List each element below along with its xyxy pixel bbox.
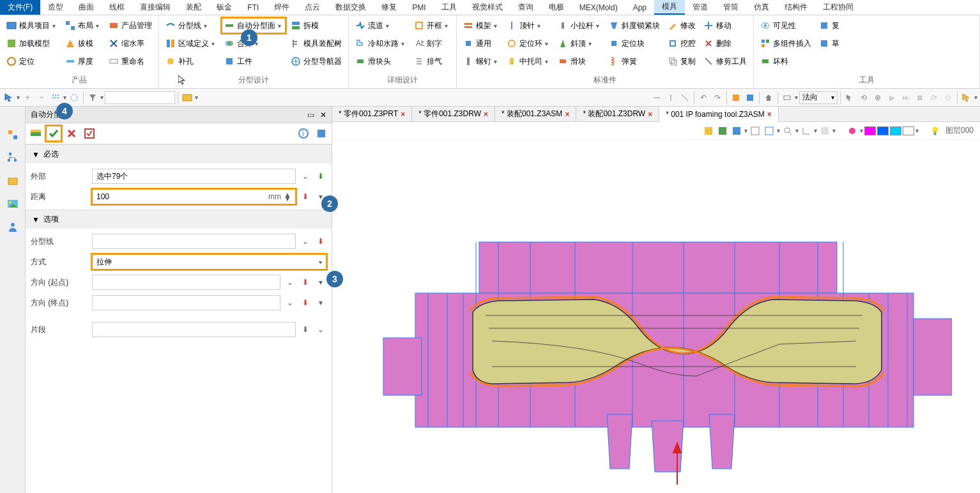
qbtn-constraint2[interactable] [664, 91, 677, 104]
dir-end-expand[interactable]: ⌄ [284, 297, 296, 308]
qbtn-nav3[interactable]: ▶ [885, 91, 898, 104]
btn-move[interactable]: 移动 [701, 18, 749, 33]
distance-spinner[interactable]: ▲▼ [284, 193, 291, 201]
btn-support[interactable]: 中托司▾ [504, 54, 553, 69]
color-swatch-1[interactable] [864, 126, 876, 135]
close-icon[interactable]: × [401, 110, 405, 119]
tab-history[interactable] [4, 126, 22, 144]
qbtn-filter[interactable] [86, 91, 99, 104]
chevron-down-icon[interactable]: ▾ [63, 94, 66, 101]
method-combo[interactable]: 拉伸▾ [92, 254, 326, 269]
qbtn-v2[interactable] [744, 91, 756, 104]
btn-excavate[interactable]: 挖腔 [665, 36, 698, 51]
qbtn-select[interactable] [3, 91, 15, 104]
btn-small-pull[interactable]: 小拉杆▾ [555, 18, 604, 33]
panel-close-icon[interactable]: ✕ [320, 110, 326, 119]
menu-mex[interactable]: MEX(Mold) [572, 0, 625, 15]
menu-weld[interactable]: 焊件 [266, 0, 297, 15]
chevron-down-icon[interactable]: ▾ [195, 94, 198, 101]
btn-workpiece[interactable]: 工件 [222, 54, 286, 69]
btn-mold-project[interactable]: 模具项目▾ [4, 18, 60, 33]
btn-vent[interactable]: 排气 [411, 54, 452, 69]
btn-pocket[interactable]: 开框▾ [411, 18, 452, 33]
menu-wire[interactable]: 线框 [102, 0, 132, 15]
bulb-icon[interactable]: 💡 [929, 125, 942, 137]
btn-multi-insert[interactable]: 多组件插入 [758, 36, 814, 51]
chevron-down-icon[interactable]: ▾ [777, 127, 780, 134]
chevron-down-icon[interactable]: ▾ [795, 94, 798, 101]
btn-draft[interactable]: 拔模 [63, 36, 103, 51]
qbtn-nav5[interactable]: ⏹ [914, 91, 926, 104]
close-icon[interactable]: × [648, 110, 652, 119]
btn-engrave[interactable]: Ab刻字 [411, 36, 452, 51]
btn-delete[interactable]: 删除 [701, 36, 749, 51]
btn-cooling[interactable]: 冷却水路▾ [353, 36, 409, 51]
qbtn-constraint1[interactable] [650, 91, 663, 104]
menu-exchange[interactable]: 数据交换 [328, 0, 374, 15]
section-required-header[interactable]: ▼必选 [26, 145, 332, 163]
vbtn-shade2[interactable] [716, 125, 729, 137]
vbtn-shade1[interactable] [702, 125, 715, 137]
vbtn-wire1[interactable] [749, 125, 762, 137]
doc-tab-3[interactable]: * 装配001.Z3DRW× [576, 107, 659, 121]
close-icon[interactable]: × [565, 110, 569, 119]
vbtn-shade3[interactable] [730, 125, 743, 137]
chevron-down-icon[interactable]: ▾ [795, 127, 799, 134]
btn-layout[interactable]: 布局▾ [63, 18, 103, 33]
dir-start-input[interactable] [92, 275, 280, 290]
btn-mold-tree[interactable]: 模具装配树 [288, 36, 344, 51]
qbtn-plus[interactable]: ＋ [21, 91, 34, 104]
chevron-down-icon[interactable]: ▾ [915, 127, 919, 134]
qbtn-redo[interactable]: ↷ [711, 91, 724, 104]
btn-runner[interactable]: 流道▾ [353, 18, 409, 33]
menu-directedit[interactable]: 直接编辑 [132, 0, 178, 15]
qbtn-minus[interactable]: － [35, 91, 48, 104]
pline-expand[interactable]: ⌄ [300, 236, 311, 247]
btn-rename[interactable]: 重命名 [106, 54, 155, 69]
menu-sim[interactable]: 仿真 [746, 0, 777, 15]
info-button[interactable]: i [296, 126, 311, 141]
doc-tab-2[interactable]: * 装配001.Z3ASM× [495, 107, 576, 121]
chevron-down-icon[interactable]: ▾ [832, 127, 836, 134]
qbtn-home[interactable] [762, 91, 775, 104]
chevron-down-icon[interactable]: ▾ [860, 127, 863, 134]
qbtn-box[interactable] [181, 91, 194, 104]
menu-tools[interactable]: 工具 [434, 0, 464, 15]
btn-taper-lock[interactable]: 斜度锁紧块 [606, 18, 662, 33]
menu-tube[interactable]: 管筒 [716, 0, 746, 15]
btn-position[interactable]: 定位 [4, 54, 60, 69]
btn-split-mold[interactable]: 拆模 [288, 18, 344, 33]
qbtn-circle[interactable] [68, 91, 80, 104]
color-swatch-2[interactable] [877, 126, 889, 135]
3d-viewport[interactable] [332, 140, 980, 493]
dir-end-more[interactable]: ▾ [315, 297, 326, 308]
menu-electrode[interactable]: 电极 [541, 0, 572, 15]
menu-fti[interactable]: FTI [240, 0, 266, 15]
menu-pmi[interactable]: PMI [404, 0, 433, 15]
btn-ejector[interactable]: 顶针▾ [504, 18, 553, 33]
color-swatch-4[interactable] [903, 126, 914, 135]
dir-start-expand[interactable]: ⌄ [284, 277, 296, 288]
qbtn-constraint3[interactable] [678, 91, 691, 104]
chevron-down-icon[interactable]: ▾ [974, 94, 977, 101]
btn-more2[interactable]: 草 [816, 36, 842, 51]
chevron-down-icon[interactable]: ▾ [814, 127, 817, 134]
btn-moldbase[interactable]: 模架▾ [461, 18, 501, 33]
btn-spring[interactable]: 弹簧 [606, 54, 662, 69]
btn-screw[interactable]: 螺钉▾ [461, 54, 501, 69]
color-swatch-3[interactable] [890, 126, 901, 135]
chevron-down-icon[interactable]: ▾ [100, 94, 103, 101]
settings-button[interactable] [314, 126, 329, 141]
qbtn-nav1[interactable]: ⟲ [857, 91, 870, 104]
menu-mold[interactable]: 模具 [654, 0, 685, 15]
btn-locating-ring[interactable]: 定位环▾ [504, 36, 553, 51]
btn-visibility[interactable]: 可见性 [758, 18, 814, 33]
qbtn-select-dd[interactable]: ▾ [17, 94, 20, 101]
ok-button[interactable] [46, 126, 61, 141]
external-pick[interactable]: ⬇ [315, 171, 326, 182]
segment-expand[interactable]: ⌄ [315, 324, 326, 335]
vbtn-wire2[interactable] [763, 125, 776, 137]
segment-download[interactable]: ⬇ [300, 324, 311, 335]
panel-icon-feature[interactable] [28, 126, 43, 141]
qbtn-nav6[interactable]: ⟳ [928, 91, 940, 104]
